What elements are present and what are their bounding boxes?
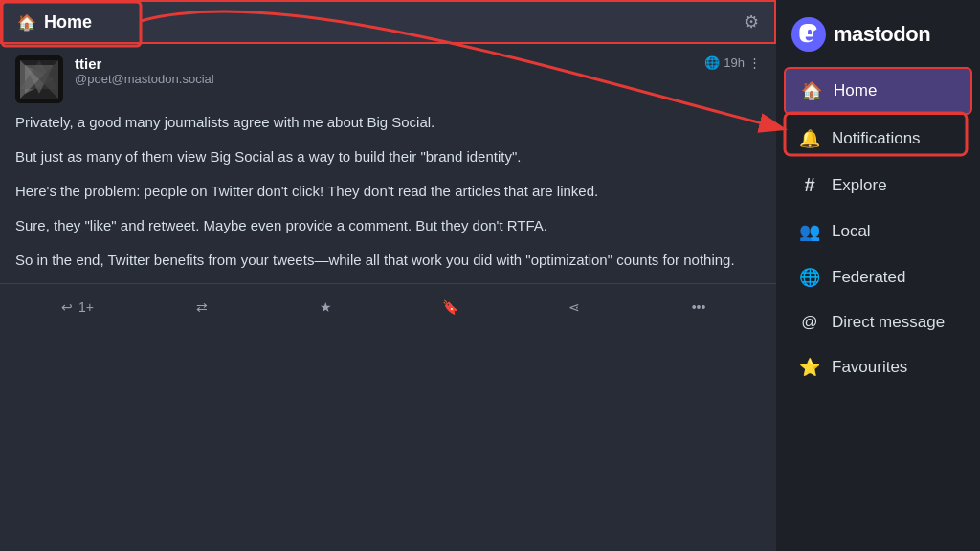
post-content: Privately, a good many journalists agree… <box>0 111 776 283</box>
nav-favourites[interactable]: ⭐ Favourites <box>784 345 972 389</box>
reply-icon: ↩ <box>61 299 73 315</box>
bookmark-button[interactable]: 🔖 <box>388 294 512 320</box>
avatar <box>15 55 63 103</box>
share-button[interactable]: ⋖ <box>512 294 636 320</box>
more-button[interactable]: ••• <box>636 294 761 320</box>
filter-icon[interactable]: ⚙ <box>744 11 759 33</box>
nav-explore[interactable]: # Explore <box>784 163 972 208</box>
expand-icon: ⋮ <box>748 55 761 70</box>
left-panel: 🏠 Home ⚙ ttier <box>0 0 776 551</box>
post-time: 🌐 19h ⋮ <box>704 55 761 70</box>
star-icon: ★ <box>320 299 332 315</box>
post-handle: @poet@mastodon.social <box>75 72 214 86</box>
post-header: ttier @poet@mastodon.social 🌐 19h ⋮ <box>0 44 776 111</box>
nav-direct[interactable]: @ Direct message <box>784 301 972 343</box>
favourites-nav-icon: ⭐ <box>799 357 820 378</box>
left-header: 🏠 Home ⚙ <box>0 0 776 44</box>
home-nav-icon: 🏠 <box>801 80 822 101</box>
notifications-nav-icon: 🔔 <box>799 128 820 149</box>
nav-direct-label: Direct message <box>832 313 945 332</box>
nav-home[interactable]: 🏠 Home <box>784 67 972 115</box>
nav-local[interactable]: 👥 Local <box>784 209 972 253</box>
boost-icon: ⇄ <box>196 299 208 315</box>
federated-nav-icon: 🌐 <box>799 267 820 288</box>
right-panel: mastodon 🏠 Home 🔔 Notifications # Explor… <box>776 0 980 551</box>
post-meta: ttier @poet@mastodon.social 🌐 19h ⋮ <box>75 55 761 86</box>
globe-icon: 🌐 <box>704 55 720 70</box>
post-actions: ↩ 1+ ⇄ ★ 🔖 ⋖ ••• <box>0 283 776 330</box>
nav-federated[interactable]: 🌐 Federated <box>784 255 972 299</box>
favourite-button[interactable]: ★ <box>264 294 389 320</box>
mastodon-logo <box>791 17 826 52</box>
header-title-text: Home <box>44 12 92 33</box>
nav-federated-label: Federated <box>832 268 906 287</box>
share-icon: ⋖ <box>568 299 580 315</box>
post-author: ttier <box>75 55 214 72</box>
post-container: ttier @poet@mastodon.social 🌐 19h ⋮ Priv… <box>0 44 776 551</box>
nav-home-label: Home <box>834 81 877 100</box>
home-icon: 🏠 <box>17 13 36 32</box>
post-paragraph-3: Here's the problem: people on Twitter do… <box>15 180 761 203</box>
boost-button[interactable]: ⇄ <box>140 294 264 320</box>
reply-button[interactable]: ↩ 1+ <box>15 294 140 320</box>
post-paragraph-1: Privately, a good many journalists agree… <box>15 111 761 134</box>
post-paragraph-5: So in the end, Twitter benefits from you… <box>15 249 761 272</box>
nav-local-label: Local <box>832 222 871 241</box>
brand: mastodon <box>776 10 980 67</box>
post-paragraph-4: Sure, they "like" and retweet. Maybe eve… <box>15 214 761 237</box>
explore-nav-icon: # <box>799 174 820 196</box>
direct-nav-icon: @ <box>799 313 820 332</box>
bookmark-icon: 🔖 <box>442 299 458 315</box>
nav-notifications-label: Notifications <box>832 129 921 148</box>
header-title-group: 🏠 Home <box>17 12 92 33</box>
local-nav-icon: 👥 <box>799 221 820 242</box>
nav-notifications[interactable]: 🔔 Notifications <box>784 117 972 161</box>
post-paragraph-2: But just as many of them view Big Social… <box>15 145 761 168</box>
nav-favourites-label: Favourites <box>832 358 907 377</box>
reply-count: 1+ <box>78 299 94 315</box>
brand-name: mastodon <box>834 22 930 47</box>
more-icon: ••• <box>692 299 706 315</box>
nav-explore-label: Explore <box>832 176 887 195</box>
